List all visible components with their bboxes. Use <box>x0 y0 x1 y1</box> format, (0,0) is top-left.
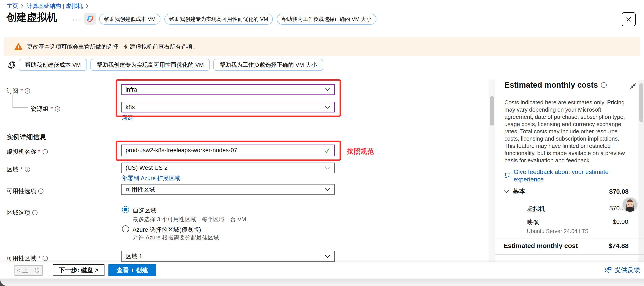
cost-group-label: 基本 <box>513 187 526 196</box>
required-marker: * <box>20 166 23 173</box>
info-icon[interactable]: i <box>601 82 607 88</box>
info-icon[interactable]: i <box>55 106 60 112</box>
availability-options-dropdown[interactable]: 可用性区域 <box>121 184 335 195</box>
required-marker: * <box>38 148 40 155</box>
suggest-right-vm-size-button[interactable]: 帮助我为工作负载选择正确的 VM 大小 <box>213 59 323 71</box>
vm-name-label: 虚拟机名称 * i <box>6 148 48 156</box>
chevron-down-icon <box>325 188 330 192</box>
footer-bar: < 上一步 下一步: 磁盘 > 查看 + 创建 提供反馈 <box>0 262 644 278</box>
azure-selected-zones-title[interactable]: Azure 选择的区域(预览版) <box>132 226 201 234</box>
main-scrollbar-thumb[interactable] <box>490 96 494 126</box>
cost-panel-description: Costs indicated here are estimates only.… <box>504 99 625 164</box>
deploy-edge-zone-link[interactable]: 部署到 Azure 扩展区域 <box>122 174 180 182</box>
cost-panel-scrollbar-thumb[interactable] <box>640 83 643 122</box>
azure-selected-zones-radio[interactable] <box>122 225 129 232</box>
tree-connector-horizontal <box>12 107 28 108</box>
info-icon[interactable]: i <box>25 167 30 172</box>
resource-group-dropdown[interactable]: k8s <box>121 102 335 112</box>
region-dropdown[interactable]: (US) West US 2 <box>121 163 335 173</box>
close-button[interactable] <box>622 12 636 26</box>
required-marker: * <box>38 255 40 262</box>
region-label: 区域 * i <box>6 165 30 173</box>
availability-zone-dropdown[interactable]: 区域 1 <box>121 251 335 262</box>
resource-group-label: 资源组 * i <box>31 105 60 113</box>
info-icon[interactable]: i <box>42 256 48 261</box>
cost-item-row: 虚拟机 $70.08 <box>527 205 628 213</box>
info-icon[interactable]: i <box>32 210 38 215</box>
subscription-dropdown[interactable]: infra <box>121 84 335 95</box>
availability-options-label: 可用性选项 i <box>6 187 44 195</box>
vm-name-input[interactable]: prod-usw2-k8s-freeleaps-worker-nodes-07 <box>121 145 335 156</box>
page-bottom-strip <box>0 278 644 286</box>
checkmark-icon <box>324 147 330 154</box>
vm-name-annotation-note: 按照规范 <box>347 147 374 156</box>
close-icon <box>625 16 632 23</box>
chevron-down-icon <box>325 166 330 170</box>
estimate-feedback-link[interactable]: Give feedback about your estimate experi… <box>503 168 617 183</box>
cost-group-row[interactable]: 基本 $70.08 <box>504 187 629 196</box>
required-marker: * <box>50 106 53 112</box>
suggest-low-cost-vm-button[interactable]: 帮助我创建低成本 VM <box>99 14 160 25</box>
zone-options-label: 区域选项 i <box>6 209 38 217</box>
self-select-zones-title[interactable]: 自选区域 <box>132 206 156 214</box>
suggest-high-availability-vm-button[interactable]: 帮助我创建专为实现高可用性而优化的 VM <box>164 14 273 25</box>
give-feedback-button[interactable]: 提供反馈 <box>604 265 640 274</box>
collapse-panel-icon[interactable] <box>629 82 636 90</box>
cost-item-label: 虚拟机 <box>527 205 545 213</box>
required-marker: * <box>20 88 23 94</box>
suggest-right-vm-size-button[interactable]: 帮助我为工作负载选择正确的 VM 大小 <box>277 14 376 25</box>
cost-item-subtext: Ubuntu Server 24.04 LTS <box>527 228 589 234</box>
feedback-bubbles-icon <box>503 172 511 183</box>
previous-step-button[interactable]: < 上一步 <box>14 265 42 276</box>
create-new-resource-group-link[interactable]: 新建 <box>122 114 134 121</box>
suggest-high-availability-vm-button[interactable]: 帮助我创建专为实现高可用性而优化的 VM <box>90 59 210 71</box>
instance-details-section-title: 实例详细信息 <box>6 133 46 142</box>
cost-item-label: 映像 <box>527 218 539 227</box>
review-create-button[interactable]: 查看 + 创建 <box>108 264 156 276</box>
cost-total-amount: $74.88 <box>608 242 629 249</box>
copilot-logo-icon[interactable] <box>84 13 96 25</box>
assistant-avatar[interactable] <box>622 197 638 213</box>
breadcrumb-section-link[interactable]: 计算基础结构 | 虚拟机 <box>27 2 83 10</box>
warning-banner-text: 更改基本选项可能会重置所做的选择。创建虚拟机前查看所有选项。 <box>27 43 198 51</box>
breadcrumb: 主页 计算基础结构 | 虚拟机 <box>6 2 89 10</box>
cost-item-row: 映像 $0.00 <box>527 218 628 227</box>
tree-connector-vertical <box>12 95 13 108</box>
suggest-low-cost-vm-button[interactable]: 帮助我创建低成本 VM <box>19 59 87 71</box>
cost-total-row: Estimated monthly cost $74.88 <box>504 242 629 249</box>
chevron-down-icon <box>504 190 509 193</box>
more-actions-button[interactable]: ... <box>72 14 80 22</box>
cost-panel-header: Estimated monthly costs i <box>504 80 607 90</box>
breadcrumb-home-link[interactable]: 主页 <box>6 2 18 10</box>
info-icon[interactable]: i <box>25 88 30 94</box>
warning-icon <box>14 43 22 51</box>
panel-divider <box>495 80 496 262</box>
cost-panel-divider <box>495 238 644 239</box>
info-icon[interactable]: i <box>38 188 44 194</box>
info-icon[interactable]: i <box>42 149 48 154</box>
cost-total-label: Estimated monthly cost <box>504 242 578 249</box>
page-title: 创建虚拟机 <box>6 11 57 24</box>
person-feedback-icon <box>604 266 612 274</box>
self-select-zones-radio[interactable] <box>122 206 129 213</box>
window-corner <box>0 280 6 286</box>
chevron-right-icon <box>21 4 24 9</box>
copilot-outline-icon <box>7 60 17 70</box>
chevron-down-icon <box>325 105 330 109</box>
self-select-zones-desc: 最多选择 3 个可用性区域，每个区域一台 VM <box>132 215 246 223</box>
next-step-disks-button[interactable]: 下一步: 磁盘 > <box>53 264 104 276</box>
availability-zone-label: 可用性区域 * i <box>6 254 48 262</box>
warning-banner: 更改基本选项可能会重置所做的选择。创建虚拟机前查看所有选项。 <box>4 37 640 56</box>
cost-item-amount: $0.00 <box>613 218 628 227</box>
give-feedback-label: 提供反馈 <box>614 265 640 274</box>
chevron-down-icon <box>325 88 330 92</box>
estimate-feedback-link-text[interactable]: Give feedback about your estimate experi… <box>514 168 615 183</box>
azure-selected-zones-desc: 允许 Azure 根据需要分配最佳区域 <box>132 234 219 241</box>
create-vm-page: 主页 计算基础结构 | 虚拟机 创建虚拟机 ... 帮助我创建低成本 VM <box>0 0 644 286</box>
subscription-label: 订阅 * i <box>6 87 30 95</box>
copilot-suggestion-row: 帮助我创建低成本 VM 帮助我创建专为实现高可用性而优化的 VM 帮助我为工作负… <box>19 59 323 71</box>
chevron-right-icon <box>86 4 89 9</box>
cost-group-amount: $70.08 <box>609 188 629 195</box>
cost-panel-title: Estimated monthly costs <box>504 80 598 90</box>
header-copilot-suggestions: 帮助我创建低成本 VM 帮助我创建专为实现高可用性而优化的 VM 帮助我为工作负… <box>99 14 376 25</box>
